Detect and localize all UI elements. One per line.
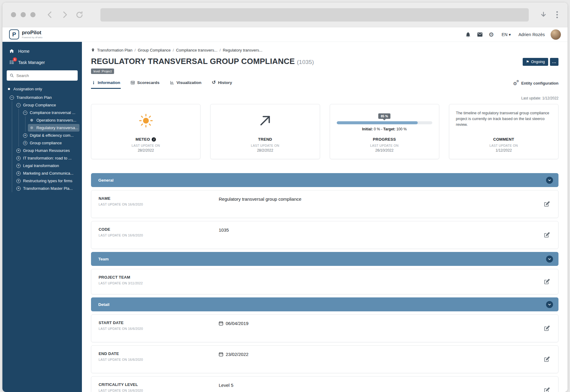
- chevron-down-icon[interactable]: [546, 177, 553, 184]
- collapse-icon[interactable]: −: [16, 103, 21, 107]
- tab-scorecards[interactable]: Scorecards: [130, 80, 160, 89]
- expand-icon[interactable]: +: [16, 149, 21, 153]
- tab-label: History: [218, 80, 232, 85]
- tab-bar: Information Scorecards Visualization ↺ H…: [91, 80, 233, 89]
- messages-button[interactable]: [477, 32, 483, 38]
- breadcrumb-item[interactable]: Group Compliance: [138, 48, 170, 52]
- field-label: CRITICALITY LEVEL: [99, 382, 219, 387]
- task-manager-label: Task Manager: [18, 60, 45, 65]
- section-header-detail[interactable]: Detail: [91, 297, 558, 311]
- section-header-team[interactable]: Team: [91, 252, 558, 266]
- chevron-down-icon[interactable]: [546, 301, 553, 308]
- status-badge[interactable]: ⚑ Ongoing: [523, 58, 548, 66]
- forward-icon: [61, 11, 69, 19]
- notifications-button[interactable]: [465, 32, 471, 38]
- table-icon: [130, 80, 135, 85]
- browser-reload-button[interactable]: [76, 11, 83, 19]
- breadcrumb-item[interactable]: Compliance transvers...: [176, 48, 218, 52]
- tree-item-group-compliance[interactable]: − Group Compliance: [15, 101, 79, 109]
- field-row-project-team: PROJECT TEAM LAST UPDATE ON 3/11/2022: [91, 269, 558, 294]
- browser-forward-button[interactable]: [61, 11, 69, 19]
- chevron-down-icon: ▾: [509, 32, 511, 37]
- tab-label: Information: [98, 80, 120, 85]
- expand-icon[interactable]: +: [16, 179, 21, 183]
- breadcrumb: Transformation Plan / Group Compliance /…: [91, 48, 558, 52]
- tree-item-label: Transformation Plan: [16, 95, 52, 100]
- avatar[interactable]: [551, 29, 561, 40]
- breadcrumb-item[interactable]: Transformation Plan: [97, 48, 133, 52]
- expand-icon[interactable]: +: [16, 164, 21, 168]
- search-input[interactable]: [7, 70, 78, 81]
- browser-download-button[interactable]: [540, 11, 547, 18]
- date-value: 23/02/2022: [226, 352, 248, 357]
- gears-icon: ⚙ ⚙: [513, 80, 519, 86]
- brand-logo: P proPilot Powered by dFakto: [9, 29, 42, 39]
- trend-card[interactable]: TREND LAST UPDATE ON 28/2/2022: [210, 104, 320, 159]
- expand-icon[interactable]: +: [23, 133, 27, 138]
- tree-item-digital-efficiency[interactable]: + Digital & efficiency com...: [21, 132, 79, 139]
- expand-icon[interactable]: +: [16, 171, 21, 176]
- card-meta: LAST UPDATE ON: [132, 144, 160, 147]
- language-label: EN: [501, 32, 507, 37]
- section-title: Team: [98, 257, 109, 261]
- field-meta: LAST UPDATE ON 16/6/2020: [99, 233, 219, 237]
- comment-card[interactable]: The timeline of regulatory transversal g…: [449, 104, 558, 159]
- expand-icon[interactable]: +: [16, 156, 21, 160]
- assignation-only[interactable]: Assignation only: [2, 84, 82, 94]
- tree-item-group-human-ressources[interactable]: + Group Human Ressources: [15, 147, 79, 154]
- settings-button[interactable]: ⚙: [489, 32, 494, 38]
- breadcrumb-item[interactable]: Regulatory transvers...: [223, 48, 262, 52]
- sidebar-item-home[interactable]: Home: [2, 45, 82, 57]
- card-meta: LAST UPDATE ON: [251, 144, 279, 147]
- sidebar-item-task-manager[interactable]: 1 Task Manager: [2, 57, 82, 68]
- edit-button[interactable]: [543, 386, 551, 392]
- window-minimize-button[interactable]: [21, 12, 26, 17]
- edit-button[interactable]: [543, 278, 551, 286]
- tree-item-it-transformation[interactable]: + IT transformation: road to ...: [15, 154, 79, 162]
- tree-item-operations-transversal[interactable]: Operations transvers...: [28, 116, 79, 124]
- tab-visualization[interactable]: Visualization: [169, 80, 202, 89]
- tab-information[interactable]: Information: [91, 80, 121, 89]
- more-actions-button[interactable]: ...: [550, 58, 558, 66]
- tree-item-transformation-master-plan[interactable]: + Transformation Master Pla...: [15, 185, 79, 192]
- expand-icon[interactable]: +: [23, 141, 27, 145]
- card-meta: LAST UPDATE ON: [370, 144, 399, 147]
- entity-configuration-button[interactable]: ⚙ ⚙ Entity configuration: [513, 80, 558, 89]
- progress-card[interactable]: 85 % Initial: 0 % - Target: 100 %: [330, 104, 439, 159]
- field-meta: LAST UPDATE ON 3/11/2022: [99, 281, 219, 285]
- edit-button[interactable]: [543, 355, 551, 364]
- tree-item-transformation-plan[interactable]: − Transformation Plan: [8, 94, 79, 101]
- tree-item-legal-transformation[interactable]: + Legal transformation: [15, 162, 79, 169]
- edit-button[interactable]: [543, 324, 551, 333]
- tree-item-group-compliance-child[interactable]: + Group compliance: [21, 139, 79, 147]
- breadcrumb-separator: /: [135, 48, 136, 52]
- window-close-button[interactable]: [11, 12, 16, 17]
- comment-text: The timeline of regulatory transversal g…: [456, 104, 551, 127]
- browser-menu-button[interactable]: [555, 10, 559, 19]
- collapse-icon[interactable]: −: [23, 111, 27, 115]
- field-meta: LAST UPDATE ON 16/6/2020: [99, 203, 219, 206]
- window-zoom-button[interactable]: [30, 12, 35, 17]
- tree-item-marketing-communication[interactable]: + Marketing and Communica...: [15, 169, 79, 177]
- tree-item-label: Group Compliance: [23, 103, 56, 107]
- edit-button[interactable]: [543, 200, 551, 208]
- browser-back-button[interactable]: [46, 11, 54, 19]
- edit-button[interactable]: [543, 231, 551, 239]
- collapse-icon[interactable]: −: [10, 95, 14, 100]
- tree-item-label: Digital & efficiency com...: [30, 133, 74, 138]
- info-circle-icon[interactable]: i: [152, 137, 156, 142]
- tree-item-restructuring-types[interactable]: + Restructuring types for firms: [15, 177, 79, 185]
- tree-item-compliance-transversal[interactable]: − Compliance transversal ...: [21, 109, 79, 116]
- section-header-general[interactable]: General: [91, 173, 558, 187]
- tree-item-regulatory-transversal[interactable]: Regulatory transversa...: [28, 124, 79, 132]
- progress-initial-target: Initial: 0 % - Target: 100 %: [362, 127, 407, 131]
- back-icon: [46, 11, 54, 19]
- meteo-card[interactable]: METEO i LAST UPDATE ON 28/2/2022: [91, 104, 201, 159]
- breadcrumb-separator: /: [220, 48, 221, 52]
- language-selector[interactable]: EN ▾: [500, 32, 512, 37]
- field-meta: LAST UPDATE ON 16/6/2020: [99, 389, 219, 392]
- url-input[interactable]: [100, 8, 529, 22]
- chevron-down-icon[interactable]: [546, 256, 553, 263]
- tab-history[interactable]: ↺ History: [211, 80, 233, 89]
- expand-icon[interactable]: +: [16, 186, 21, 191]
